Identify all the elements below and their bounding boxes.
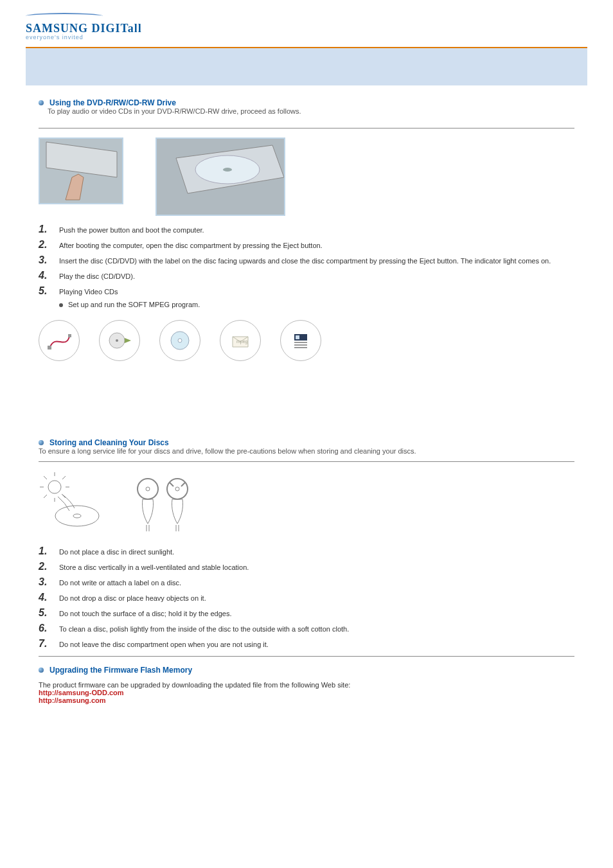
divider bbox=[39, 461, 574, 462]
banner-blue bbox=[26, 48, 587, 85]
svg-point-30 bbox=[138, 479, 158, 499]
step5-text: Playing Video CDs bbox=[59, 288, 574, 296]
step-number: 5. bbox=[39, 607, 59, 619]
step-number: 3. bbox=[39, 576, 59, 588]
bullet-icon bbox=[39, 668, 44, 673]
svg-point-19 bbox=[48, 481, 61, 493]
step-number: 5. bbox=[39, 285, 59, 297]
svg-point-33 bbox=[175, 487, 179, 491]
store-step7: 7.Do not leave the disc compartment open… bbox=[39, 638, 574, 650]
spacer bbox=[39, 380, 574, 438]
photo-row-usage bbox=[39, 137, 574, 216]
store-step5: 5.Do not touch the surface of a disc; ho… bbox=[39, 607, 574, 619]
section-firmware: Upgrading the Firmware Flash Memory bbox=[39, 666, 574, 675]
step-number: 7. bbox=[39, 638, 59, 650]
step5-sub: Set up and run the SOFT MPEG program. bbox=[59, 301, 574, 308]
envelope-icon: mpeg bbox=[220, 320, 261, 361]
icon-connect-cable bbox=[39, 320, 80, 361]
store-step2: 2.Store a disc vertically in a well-vent… bbox=[39, 561, 574, 572]
step-number: 3. bbox=[39, 254, 59, 266]
svg-line-24 bbox=[44, 476, 47, 479]
svg-point-9 bbox=[116, 339, 118, 342]
section3-title: Upgrading the Firmware Flash Memory bbox=[49, 666, 192, 675]
svg-rect-18 bbox=[294, 347, 307, 348]
tray-disc-icon bbox=[99, 320, 140, 361]
step4: 4.Play the disc (CD/DVD). bbox=[39, 270, 574, 281]
program-window-icon bbox=[280, 320, 321, 361]
divider bbox=[39, 128, 574, 128]
firmware-link-2[interactable]: http://samsung.com bbox=[39, 696, 106, 704]
section-storing: Storing and Cleaning Your Discs To ensur… bbox=[39, 438, 574, 455]
step2: 2.After booting the computer, open the d… bbox=[39, 239, 574, 251]
store-step6-text: To clean a disc, polish lightly from the… bbox=[59, 625, 574, 633]
store-step5-text: Do not touch the surface of a disc; hold… bbox=[59, 610, 574, 617]
icon-program bbox=[280, 320, 321, 361]
bullet-icon bbox=[39, 440, 44, 445]
icon-envelope: mpeg bbox=[220, 320, 261, 361]
bullet-icon bbox=[39, 100, 44, 105]
firmware-block: The product firmware can be upgraded by … bbox=[39, 681, 574, 704]
svg-point-5 bbox=[223, 168, 232, 172]
firmware-link-1[interactable]: http://samsung-ODD.com bbox=[39, 689, 124, 696]
svg-point-11 bbox=[178, 339, 182, 342]
section-usage: Using the DVD-R/RW/CD-RW Drive To play a… bbox=[39, 98, 574, 115]
brand-name: SAMSUNG DIGITall bbox=[26, 22, 142, 35]
step3-text: Insert the disc (CD/DVD) with the label … bbox=[59, 257, 574, 265]
step3: 3.Insert the disc (CD/DVD) with the labe… bbox=[39, 254, 574, 266]
step-number: 4. bbox=[39, 592, 59, 603]
step-number: 1. bbox=[39, 224, 59, 235]
step5: 5.Playing Video CDs bbox=[39, 285, 574, 297]
store-step1: 1.Do not place a disc in direct sunlight… bbox=[39, 545, 574, 557]
svg-point-32 bbox=[167, 479, 188, 499]
step1-text: Push the power button and boot the compu… bbox=[59, 226, 574, 234]
logo-swoosh bbox=[26, 13, 103, 19]
svg-text:mpeg: mpeg bbox=[236, 339, 248, 344]
store-step3-text: Do not write or attach a label on a disc… bbox=[59, 579, 574, 587]
sketch-row bbox=[39, 471, 574, 535]
step-number: 4. bbox=[39, 270, 59, 281]
store-step2-text: Store a disc vertically in a well-ventil… bbox=[59, 563, 574, 571]
step-number: 1. bbox=[39, 545, 59, 557]
icon-row: mpeg bbox=[39, 320, 574, 361]
icon-insert-disc bbox=[99, 320, 140, 361]
store-step4-text: Do not drop a disc or place heavy object… bbox=[59, 594, 574, 602]
page-content: Using the DVD-R/RW/CD-RW Drive To play a… bbox=[0, 85, 613, 723]
store-step6: 6.To clean a disc, polish lightly from t… bbox=[39, 623, 574, 634]
svg-point-29 bbox=[73, 514, 81, 518]
svg-rect-16 bbox=[294, 342, 307, 343]
store-step1-text: Do not place a disc in direct sunlight. bbox=[59, 548, 574, 556]
svg-line-26 bbox=[44, 495, 47, 498]
section1-title: Using the DVD-R/RW/CD-RW Drive bbox=[49, 98, 176, 107]
svg-line-25 bbox=[62, 476, 66, 479]
cable-icon bbox=[39, 320, 80, 361]
section2-title: Storing and Cleaning Your Discs bbox=[49, 438, 169, 447]
sketch-sunlight bbox=[39, 471, 109, 535]
store-step4: 4.Do not drop a disc or place heavy obje… bbox=[39, 592, 574, 603]
step-number: 6. bbox=[39, 623, 59, 634]
firmware-text: The product firmware can be upgraded by … bbox=[39, 681, 574, 689]
svg-point-31 bbox=[146, 487, 150, 491]
sub-bullet-icon bbox=[59, 303, 63, 307]
store-step7-text: Do not leave the disc compartment open w… bbox=[59, 641, 574, 648]
svg-rect-17 bbox=[294, 344, 307, 346]
svg-rect-6 bbox=[48, 346, 51, 350]
step-number: 2. bbox=[39, 561, 59, 572]
section1-intro: To play audio or video CDs in your DVD-R… bbox=[48, 107, 574, 115]
svg-point-28 bbox=[55, 506, 99, 526]
step4-text: Play the disc (CD/DVD). bbox=[59, 272, 574, 280]
photo-press-eject bbox=[39, 137, 123, 204]
disc-icon bbox=[159, 320, 200, 361]
svg-rect-7 bbox=[68, 334, 71, 337]
step-number: 2. bbox=[39, 239, 59, 251]
store-step3: 3.Do not write or attach a label on a di… bbox=[39, 576, 574, 588]
section2-intro: To ensure a long service life for your d… bbox=[39, 447, 574, 455]
step5-sub-text: Set up and run the SOFT MPEG program. bbox=[68, 301, 200, 308]
divider bbox=[39, 656, 574, 657]
photo-insert-disc bbox=[155, 137, 285, 216]
icon-disc bbox=[159, 320, 200, 361]
brand-header: SAMSUNG DIGITall everyone's invited bbox=[0, 0, 613, 47]
sketch-hold-edges bbox=[129, 471, 199, 535]
brand-tagline: everyone's invited bbox=[26, 34, 587, 40]
svg-rect-15 bbox=[296, 335, 299, 339]
step1: 1.Push the power button and boot the com… bbox=[39, 224, 574, 235]
